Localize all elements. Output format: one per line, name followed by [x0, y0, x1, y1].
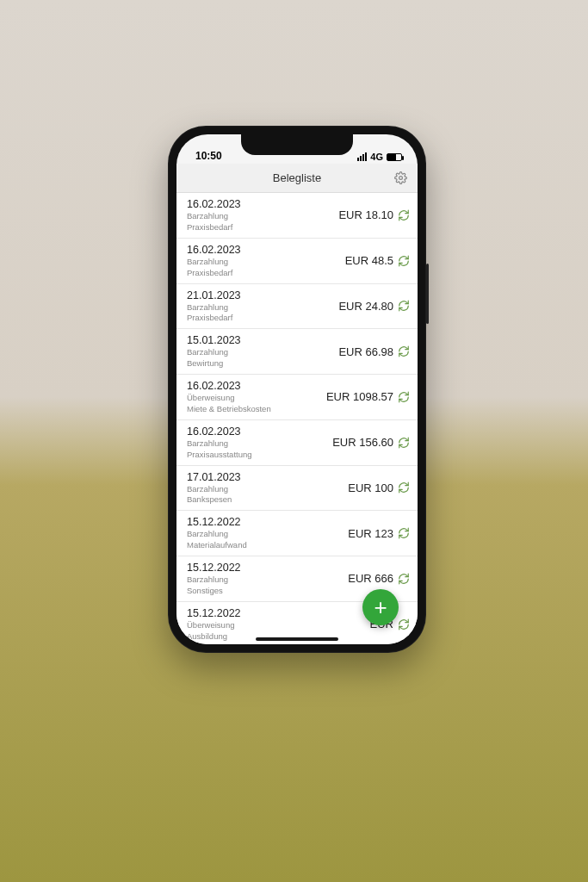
list-item-sub2: Praxisausstattung — [187, 450, 332, 460]
list-item-sub2: Bankspesen — [187, 494, 348, 505]
list-item-sub2: Sonstiges — [187, 586, 348, 596]
battery-icon — [387, 153, 402, 161]
page-title: Belegliste — [273, 171, 321, 184]
notch — [241, 134, 353, 155]
list-item-date: 15.12.2022 — [187, 607, 370, 619]
list-item[interactable]: 16.02.2023BarzahlungPraxisbedarfEUR 48.5 — [176, 239, 418, 284]
list-item-date: 16.02.2023 — [187, 380, 326, 392]
list-item-date: 21.01.2023 — [187, 289, 338, 301]
list-item-date: 15.01.2023 — [187, 334, 338, 346]
plus-icon: + — [374, 594, 387, 621]
status-time: 10:50 — [195, 150, 222, 162]
list-item-left: 15.12.2022BarzahlungSonstiges — [187, 562, 348, 596]
add-button[interactable]: + — [362, 589, 399, 625]
list-item-date: 15.12.2022 — [187, 562, 348, 574]
list-item-left: 16.02.2023BarzahlungPraxisausstattung — [187, 425, 332, 460]
power-button — [426, 264, 429, 324]
list-item-sub2: Miete & Betriebskosten — [187, 404, 326, 414]
list-item-left: 15.12.2022ÜberweisungAusbildung — [187, 607, 370, 642]
list-item[interactable]: 17.01.2023BarzahlungBankspesenEUR 100 — [176, 466, 418, 512]
list-item-sub1: Barzahlung — [187, 257, 345, 267]
list-item-amount: EUR 666 — [348, 572, 393, 585]
header: Belegliste — [176, 164, 418, 193]
list-item-left: 16.02.2023ÜberweisungMiete & Betriebskos… — [187, 380, 326, 414]
list-item-sub2: Praxisbedarf — [187, 313, 338, 323]
list-item-left: 21.01.2023BarzahlungPraxisbedarf — [187, 289, 338, 324]
list-item-amount: EUR 1098.57 — [326, 390, 393, 403]
svg-point-0 — [399, 177, 402, 180]
signal-icon — [357, 152, 367, 161]
list-item-left: 15.12.2022BarzahlungMaterialaufwand — [187, 516, 348, 550]
list-item[interactable]: 16.02.2023ÜberweisungMiete & Betriebskos… — [176, 375, 418, 420]
list-item-sub2: Bewirtung — [187, 358, 338, 369]
sync-icon — [397, 208, 411, 222]
list-item-sub1: Barzahlung — [187, 575, 348, 585]
phone-frame: 10:50 4G Belegliste 16.02.2023Barzahlung… — [168, 126, 426, 653]
list-item-left: 17.01.2023BarzahlungBankspesen — [187, 471, 348, 506]
settings-button[interactable] — [392, 170, 409, 187]
list-item-sub1: Überweisung — [187, 393, 326, 403]
list-item-date: 16.02.2023 — [187, 244, 345, 256]
list-item-left: 15.01.2023BarzahlungBewirtung — [187, 334, 338, 369]
list-item-amount: EUR 156.60 — [332, 436, 393, 449]
list-item[interactable]: 16.02.2023BarzahlungPraxisausstattungEUR… — [176, 420, 418, 466]
list-item-left: 16.02.2023BarzahlungPraxisbedarf — [187, 198, 338, 233]
list-item[interactable]: 15.12.2022BarzahlungMaterialaufwandEUR 1… — [176, 511, 418, 556]
sync-icon — [397, 345, 411, 358]
sync-icon — [397, 481, 411, 494]
list-item-amount: EUR 66.98 — [338, 345, 393, 358]
list-item[interactable]: 15.01.2023BarzahlungBewirtungEUR 66.98 — [176, 329, 418, 375]
screen: 10:50 4G Belegliste 16.02.2023Barzahlung… — [176, 134, 418, 644]
list-item-sub1: Barzahlung — [187, 529, 348, 539]
list-item-sub1: Barzahlung — [187, 302, 338, 313]
home-indicator[interactable] — [256, 637, 338, 641]
sync-icon — [397, 390, 411, 404]
sync-icon — [397, 299, 411, 313]
list-item[interactable]: 21.01.2023BarzahlungPraxisbedarfEUR 24.8… — [176, 284, 418, 330]
list-item-date: 17.01.2023 — [187, 471, 348, 483]
list-item-sub1: Barzahlung — [187, 438, 332, 449]
status-network: 4G — [370, 152, 383, 162]
sync-icon — [397, 572, 411, 586]
list-item-date: 15.12.2022 — [187, 516, 348, 528]
list-item-amount: EUR 123 — [348, 527, 393, 540]
list-item-date: 16.02.2023 — [187, 198, 338, 210]
receipt-list[interactable]: 16.02.2023BarzahlungPraxisbedarfEUR 18.1… — [176, 193, 418, 644]
list-item-left: 16.02.2023BarzahlungPraxisbedarf — [187, 244, 345, 278]
list-item-amount: EUR 24.80 — [338, 300, 393, 313]
sync-icon — [397, 436, 411, 450]
list-item-amount: EUR 18.10 — [338, 208, 393, 221]
sync-icon — [397, 618, 411, 631]
list-item-sub1: Überweisung — [187, 620, 370, 630]
gear-icon — [394, 171, 407, 184]
list-item-sub1: Barzahlung — [187, 347, 338, 357]
list-item-sub1: Barzahlung — [187, 211, 338, 221]
sync-icon — [397, 254, 411, 268]
list-item-sub1: Barzahlung — [187, 484, 348, 494]
list-item-amount: EUR 48.5 — [345, 254, 393, 267]
list-item-amount: EUR 100 — [348, 481, 393, 494]
list-item-sub2: Praxisbedarf — [187, 222, 338, 233]
list-item-sub2: Materialaufwand — [187, 540, 348, 550]
sync-icon — [397, 526, 411, 540]
list-item-date: 16.02.2023 — [187, 425, 332, 438]
list-item[interactable]: 16.02.2023BarzahlungPraxisbedarfEUR 18.1… — [176, 193, 418, 239]
list-item-sub2: Praxisbedarf — [187, 268, 345, 278]
